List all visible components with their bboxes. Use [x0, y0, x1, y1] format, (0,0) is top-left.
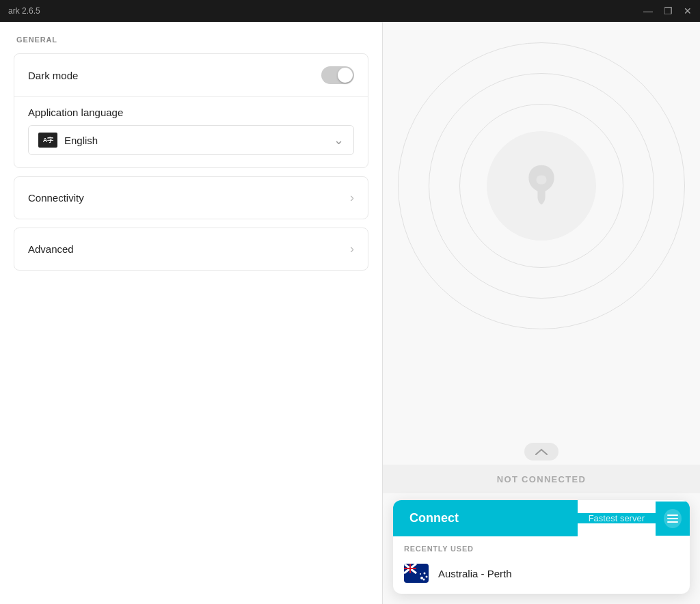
country-name: Australia - Perth [438, 568, 512, 579]
menu-icon [664, 509, 682, 528]
svg-rect-0 [667, 514, 678, 516]
settings-panel: GENERAL Dark mode Application language A… [0, 22, 383, 604]
language-value: English [64, 135, 98, 146]
close-button[interactable]: ✕ [684, 5, 692, 16]
language-select-left: A字 English [38, 133, 98, 148]
connectivity-label: Connectivity [28, 192, 84, 204]
svg-point-11 [426, 576, 428, 578]
app-title: ark 2.6.5 [8, 6, 40, 16]
general-card: Dark mode Application language A字 Englis… [14, 53, 368, 168]
surfshark-logo [521, 162, 562, 210]
panel-toggle-button[interactable] [524, 443, 558, 461]
chevron-right-icon: › [350, 191, 354, 205]
connect-button-row: Connect Fastest server [393, 500, 690, 536]
dark-mode-toggle[interactable] [321, 66, 354, 84]
australia-flag-icon [404, 564, 429, 583]
chevron-down-icon: ⌄ [334, 133, 344, 148]
svg-point-12 [423, 579, 425, 581]
connect-card: Connect Fastest server RECENTLY US [393, 500, 690, 594]
svg-rect-2 [667, 521, 678, 523]
connect-area: NOT CONNECTED Connect Fastest server [383, 443, 700, 604]
chevron-right-icon-2: › [350, 242, 354, 256]
connectivity-row[interactable]: Connectivity › [14, 177, 368, 219]
fastest-server-label: Fastest server [578, 513, 656, 523]
logo-circle [487, 131, 596, 241]
advanced-card: Advanced › [14, 228, 368, 271]
svg-point-13 [420, 573, 421, 575]
titlebar: ark 2.6.5 — ❐ ✕ [0, 0, 700, 22]
connectivity-card: Connectivity › [14, 176, 368, 219]
advanced-row[interactable]: Advanced › [14, 228, 368, 270]
recently-used-header: RECENTLY USED [393, 536, 690, 557]
dark-mode-label: Dark mode [28, 70, 78, 81]
circles-container [398, 42, 685, 329]
language-section: Application language A字 English ⌄ [14, 96, 368, 167]
connection-status-text: NOT CONNECTED [497, 474, 586, 484]
restore-button[interactable]: ❐ [664, 5, 673, 16]
minimize-button[interactable]: — [643, 5, 653, 16]
connection-status-bar: NOT CONNECTED [383, 465, 700, 493]
country-row-australia[interactable]: Australia - Perth [393, 557, 690, 594]
window-controls: — ❐ ✕ [643, 5, 692, 16]
dark-mode-row: Dark mode [14, 54, 368, 96]
server-menu-button[interactable] [656, 502, 690, 536]
svg-point-9 [420, 577, 423, 579]
main-container: GENERAL Dark mode Application language A… [0, 22, 700, 604]
advanced-label: Advanced [28, 243, 74, 255]
vpn-panel: NOT CONNECTED Connect Fastest server [383, 22, 700, 604]
language-dropdown[interactable]: A字 English ⌄ [28, 125, 354, 155]
app-language-label: Application language [28, 107, 354, 118]
general-section-header: GENERAL [14, 36, 368, 44]
connect-button[interactable]: Connect [393, 500, 578, 536]
svg-point-10 [424, 573, 426, 575]
svg-rect-1 [667, 518, 678, 519]
language-icon: A字 [38, 133, 57, 148]
